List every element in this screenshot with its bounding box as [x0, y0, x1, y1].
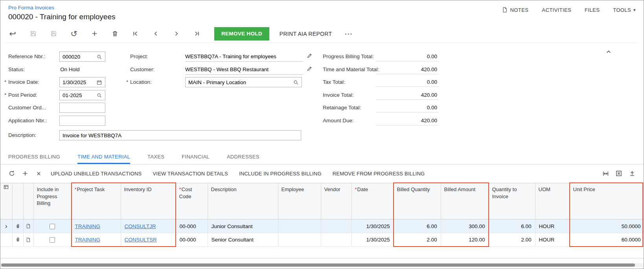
project-task-link[interactable]: TRAINING: [75, 237, 101, 243]
quantity-to-invoice-cell: 2.00: [489, 233, 535, 247]
invoice-date-label: Invoice Date:: [8, 77, 39, 87]
customer-order-input[interactable]: [59, 103, 105, 113]
tab-financial[interactable]: FINANCIAL: [182, 150, 210, 164]
inventory-id-link[interactable]: CONSULTSR: [125, 237, 157, 243]
vendor-column-header[interactable]: Vendor: [321, 183, 351, 219]
notes-column-header[interactable]: [23, 183, 33, 219]
go-prev-button[interactable]: [149, 27, 162, 41]
more-actions-button[interactable]: ⋯: [344, 29, 353, 39]
go-next-button[interactable]: [169, 27, 183, 41]
required-marker: *: [126, 77, 128, 87]
horizontal-scrollbar-thumb[interactable]: [1, 263, 635, 267]
location-input[interactable]: MAIN - Primary Location: [185, 77, 302, 87]
fit-width-icon: [602, 170, 609, 177]
include-checkbox[interactable]: [50, 237, 55, 243]
retainage-total-label: Retainage Total:: [323, 103, 361, 113]
billed-amount-column-header[interactable]: Billed Amount: [441, 183, 489, 219]
tab-bar: PROGRESS BILLING TIME AND MATERIAL TAXES…: [0, 150, 644, 164]
include-cell: [33, 219, 71, 233]
row-note-button[interactable]: [23, 219, 33, 233]
inventory-id-column-header[interactable]: Inventory ID: [121, 183, 176, 219]
save-button[interactable]: [47, 27, 60, 41]
print-aia-report-button[interactable]: PRINT AIA REPORT: [280, 31, 332, 37]
cost-code-cell: 00-000: [176, 219, 208, 233]
grid-header-row: Include in Progress Billing *Project Tas…: [0, 183, 644, 219]
quantity-to-invoice-column-label: Quantity to Invoice: [492, 186, 517, 199]
billed-quantity-column-label: Billed Quantity: [397, 186, 430, 192]
tab-taxes[interactable]: TAXES: [147, 150, 164, 164]
remove-hold-button[interactable]: REMOVE HOLD: [214, 27, 269, 41]
notes-button[interactable]: NOTES: [502, 7, 529, 13]
invoice-date-value: 1/30/2025: [63, 79, 86, 85]
add-record-button[interactable]: [88, 27, 101, 41]
description-label: Description:: [8, 130, 36, 140]
calendar-icon[interactable]: [96, 79, 102, 85]
row-selector-cell: ›: [0, 219, 12, 233]
table-row[interactable]: › TRAINING CONSULTJR 00-000 Junior Consu…: [0, 219, 644, 233]
files-button[interactable]: FILES: [585, 7, 600, 13]
grid-settings-header[interactable]: [0, 183, 12, 219]
table-row[interactable]: TRAINING CONSULTSR 00-000 Senior Consult…: [0, 233, 644, 247]
include-in-progress-billing-button[interactable]: INCLUDE IN PROGRESS BILLING: [239, 171, 322, 177]
undo-button[interactable]: ↺: [67, 27, 81, 41]
project-task-column-header[interactable]: *Project Task: [71, 183, 121, 219]
tax-total-value: 0.00: [376, 77, 439, 87]
include-checkbox[interactable]: [50, 224, 55, 229]
inventory-id-link[interactable]: CONSULTJR: [125, 223, 156, 229]
collapse-form-button[interactable]: [605, 48, 612, 55]
post-period-input[interactable]: 01-2025: [59, 90, 105, 100]
save-close-button[interactable]: [26, 27, 40, 41]
horizontal-scrollbar[interactable]: [0, 263, 644, 267]
breadcrumb[interactable]: Pro Forma Invoices: [8, 5, 54, 11]
unit-price-column-header[interactable]: Unit Price: [570, 183, 644, 219]
row-attachments-button[interactable]: [12, 219, 23, 233]
attachments-column-header[interactable]: [12, 183, 23, 219]
delete-record-button[interactable]: [108, 27, 121, 41]
employee-cell: [278, 233, 321, 247]
quantity-to-invoice-column-header[interactable]: Quantity to Invoice: [489, 183, 535, 219]
tab-time-and-material[interactable]: TIME AND MATERIAL: [77, 150, 130, 164]
activities-button[interactable]: ACTIVITIES: [542, 7, 571, 13]
magnifier-icon[interactable]: [96, 92, 102, 98]
project-value: WESTBBQ7A - Training for employees: [185, 53, 276, 59]
cost-code-column-header[interactable]: *Cost Code: [176, 183, 208, 219]
magnifier-icon[interactable]: [96, 54, 102, 60]
tab-addresses[interactable]: ADDRESSES: [227, 150, 259, 164]
customer-field[interactable]: WESTBBQ - West BBQ Restaurant: [185, 64, 303, 75]
project-task-link[interactable]: TRAINING: [75, 223, 101, 229]
back-button[interactable]: ↩: [6, 27, 19, 41]
retainage-total-value: 0.00: [376, 103, 439, 112]
application-nbr-input[interactable]: [59, 116, 105, 126]
reference-nbr-input[interactable]: 000020: [59, 52, 105, 62]
description-column-header[interactable]: Description: [208, 183, 278, 219]
billed-amount-cell: 120.00: [441, 233, 489, 247]
fit-width-button[interactable]: [599, 167, 612, 180]
delete-row-button[interactable]: [32, 167, 45, 180]
view-transaction-details-button[interactable]: VIEW TRANSACTION DETAILS: [153, 171, 228, 177]
date-column-header[interactable]: *Date: [351, 183, 394, 219]
refresh-grid-button[interactable]: [5, 167, 18, 180]
edit-customer-button[interactable]: [306, 66, 313, 72]
invoice-date-input[interactable]: 1/30/2025: [59, 77, 105, 87]
upload-unbilled-transactions-button[interactable]: UPLOAD UNBILLED TRANSACTIONS: [51, 171, 142, 177]
remove-from-progress-billing-button[interactable]: REMOVE FROM PROGRESS BILLING: [333, 171, 425, 177]
upload-file-button[interactable]: [626, 167, 639, 180]
magnifier-icon[interactable]: [293, 79, 299, 85]
employee-column-header[interactable]: Employee: [278, 183, 321, 219]
row-note-button[interactable]: [23, 233, 33, 247]
add-row-button[interactable]: [18, 167, 32, 180]
export-to-excel-button[interactable]: [612, 167, 626, 180]
description-input[interactable]: Invoice for WESTBBQ7A: [59, 130, 301, 140]
tools-button[interactable]: TOOLS ▾: [613, 7, 636, 13]
plus-icon: [91, 30, 98, 37]
edit-project-button[interactable]: [306, 53, 313, 59]
project-field[interactable]: WESTBBQ7A - Training for employees: [185, 52, 303, 62]
go-last-button[interactable]: [190, 27, 203, 41]
row-attachments-button[interactable]: [12, 233, 23, 247]
tab-progress-billing[interactable]: PROGRESS BILLING: [8, 150, 60, 164]
billed-quantity-column-header[interactable]: Billed Quantity: [394, 183, 441, 219]
go-first-button[interactable]: [129, 27, 142, 41]
include-column-header[interactable]: Include in Progress Billing: [33, 183, 71, 219]
uom-column-header[interactable]: UOM: [535, 183, 570, 219]
required-marker: *: [179, 186, 181, 192]
